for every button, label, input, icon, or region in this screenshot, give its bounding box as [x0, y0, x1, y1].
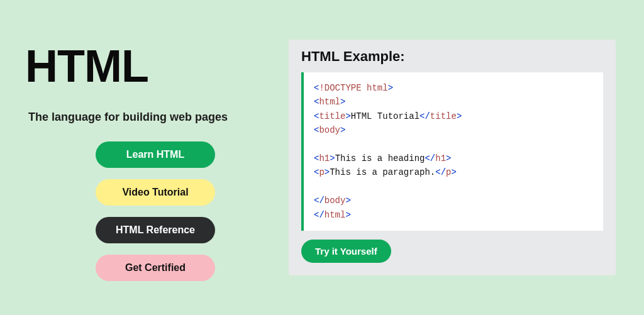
code-token: >: [457, 111, 462, 121]
code-token: !DOCTYPE: [319, 83, 361, 93]
code-token: body: [325, 196, 346, 206]
code-token: html: [325, 210, 346, 220]
code-token: >: [325, 167, 330, 177]
code-token: p: [319, 167, 324, 177]
code-token: >: [345, 196, 350, 206]
code-token: title: [430, 111, 457, 121]
code-token: >: [446, 153, 451, 163]
code-token: </: [425, 153, 435, 163]
video-tutorial-button[interactable]: Video Tutorial: [96, 179, 215, 206]
code-token: >: [451, 167, 456, 177]
code-token: html: [362, 83, 388, 93]
code-token: body: [319, 125, 340, 135]
code-token: html: [319, 97, 340, 107]
code-token: >: [330, 153, 335, 163]
code-token: </: [435, 167, 446, 177]
code-token: >: [345, 210, 350, 220]
code-token: This is a heading: [335, 153, 425, 163]
code-token: >: [388, 83, 393, 93]
code-block: <!DOCTYPE html> <html> <title>HTML Tutor…: [301, 72, 603, 231]
button-column: Learn HTML Video Tutorial HTML Reference…: [28, 141, 282, 281]
page-title: HTML: [25, 40, 148, 92]
code-token: HTML Tutorial: [351, 111, 419, 121]
get-certified-button[interactable]: Get Certified: [96, 255, 215, 281]
code-token: This is a paragraph.: [330, 167, 435, 177]
code-token: </: [314, 210, 325, 220]
code-token: </: [314, 196, 325, 206]
code-token: </: [419, 111, 430, 121]
code-token: >: [340, 125, 345, 135]
code-token: h1: [435, 153, 446, 163]
code-token: >: [340, 97, 345, 107]
code-token: h1: [319, 153, 330, 163]
code-token: >: [345, 111, 350, 121]
example-heading: HTML Example:: [301, 48, 603, 65]
hero-section: HTML The language for building web pages…: [28, 34, 282, 281]
code-token: title: [319, 111, 345, 121]
try-it-yourself-button[interactable]: Try it Yourself: [301, 240, 391, 263]
hero-inner: HTML The language for building web pages: [28, 40, 282, 141]
html-reference-button[interactable]: HTML Reference: [96, 217, 215, 243]
page-subtitle: The language for building web pages: [28, 111, 228, 124]
learn-html-button[interactable]: Learn HTML: [96, 141, 215, 168]
example-panel: HTML Example: <!DOCTYPE html> <html> <ti…: [289, 40, 616, 275]
example-section: HTML Example: <!DOCTYPE html> <html> <ti…: [289, 40, 616, 275]
